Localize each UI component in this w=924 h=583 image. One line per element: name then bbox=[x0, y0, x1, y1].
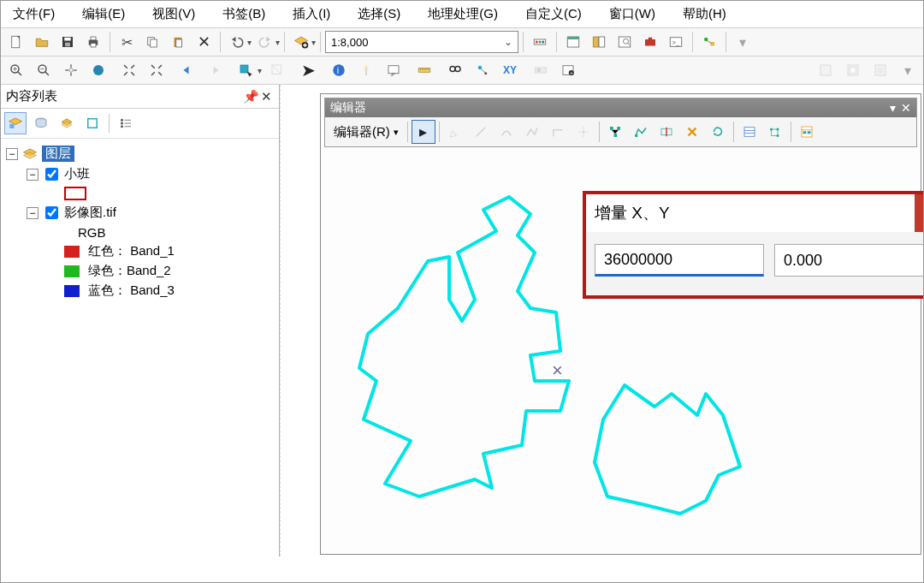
tree-root[interactable]: − 图层 bbox=[4, 144, 275, 164]
goto-xy-icon[interactable]: XY bbox=[498, 58, 522, 82]
viewer-window-icon[interactable]: + bbox=[556, 58, 580, 82]
menu-edit[interactable]: 编辑(E) bbox=[82, 6, 125, 22]
svg-rect-32 bbox=[711, 42, 715, 46]
layer-visibility-checkbox[interactable] bbox=[45, 168, 58, 181]
editor-menu[interactable]: 编辑器(R) ▾ bbox=[329, 122, 404, 142]
identify-icon[interactable]: i bbox=[327, 58, 351, 82]
search-panel-icon[interactable] bbox=[613, 30, 637, 54]
tree-layer-raster[interactable]: − 影像图.tif bbox=[4, 202, 275, 223]
clear-selection-icon[interactable] bbox=[265, 58, 289, 82]
toc-title: 内容列表 bbox=[6, 88, 57, 104]
menu-select[interactable]: 选择(S) bbox=[358, 6, 400, 22]
menu-customize[interactable]: 自定义(C) bbox=[525, 6, 582, 22]
delta-close-button[interactable]: ✕ bbox=[915, 194, 924, 232]
save-icon[interactable] bbox=[56, 30, 80, 54]
edit-annotation-icon[interactable] bbox=[443, 120, 467, 144]
toolbox-icon[interactable] bbox=[638, 30, 662, 54]
zoom-out-icon[interactable] bbox=[32, 58, 56, 82]
delta-x-input[interactable]: 36000000 bbox=[595, 244, 764, 277]
map-frame[interactable]: 编辑器 ▾ ✕ 编辑器(R) ▾ ▸ bbox=[320, 93, 921, 555]
trace-icon[interactable] bbox=[520, 120, 544, 144]
cut-polygons-icon[interactable] bbox=[654, 120, 678, 144]
scale-selector[interactable]: 1:8,000 ⌄ bbox=[325, 31, 518, 53]
hyperlink-icon[interactable] bbox=[354, 58, 378, 82]
add-data-icon[interactable] bbox=[289, 30, 313, 54]
dataview-2-icon[interactable] bbox=[841, 58, 865, 82]
menu-help[interactable]: 帮助(H) bbox=[683, 6, 726, 22]
toc-options-icon[interactable] bbox=[115, 112, 137, 134]
menu-file[interactable]: 文件(F) bbox=[13, 6, 55, 22]
find-icon[interactable] bbox=[443, 58, 467, 82]
arc-segment-icon[interactable] bbox=[495, 120, 518, 144]
reshape-icon[interactable] bbox=[629, 120, 653, 144]
layer-visibility-checkbox[interactable] bbox=[45, 206, 58, 219]
measure-icon[interactable] bbox=[412, 58, 436, 82]
delete-icon[interactable]: ✕ bbox=[192, 30, 216, 54]
edit-tool-icon[interactable]: ▸ bbox=[412, 120, 435, 144]
collapse-icon[interactable]: − bbox=[6, 148, 18, 160]
svg-point-39 bbox=[93, 65, 104, 75]
prev-extent-icon[interactable] bbox=[175, 58, 199, 82]
new-file-icon[interactable] bbox=[4, 30, 28, 54]
python-window-icon[interactable]: >_ bbox=[664, 30, 688, 54]
straight-segment-icon[interactable] bbox=[469, 120, 493, 144]
overflow-icon[interactable]: ▾ bbox=[731, 30, 755, 54]
pan-icon[interactable] bbox=[59, 58, 83, 82]
menu-view[interactable]: 视图(V) bbox=[152, 6, 195, 22]
dataview-3-icon[interactable] bbox=[868, 58, 892, 82]
open-file-icon[interactable] bbox=[30, 30, 54, 54]
copy-icon[interactable] bbox=[140, 30, 164, 54]
add-data-menu-icon[interactable]: ▾ bbox=[311, 38, 316, 47]
undo-history-icon[interactable]: ▾ bbox=[247, 38, 252, 47]
model-builder-icon[interactable] bbox=[697, 30, 721, 54]
dataview-1-icon[interactable] bbox=[814, 58, 838, 82]
list-by-source-icon[interactable] bbox=[30, 112, 52, 134]
fixed-zoom-in-icon[interactable] bbox=[117, 58, 141, 82]
select-elements-icon[interactable]: ➤ bbox=[296, 58, 320, 82]
editor-options-icon[interactable]: ▾ bbox=[890, 101, 896, 115]
right-angle-icon[interactable] bbox=[546, 120, 570, 144]
catalog-panel-icon[interactable] bbox=[587, 30, 611, 54]
rotate-icon[interactable] bbox=[706, 120, 730, 144]
editor-toolbar-icon[interactable] bbox=[528, 30, 552, 54]
html-popup-icon[interactable] bbox=[382, 58, 406, 82]
overflow-2-icon[interactable]: ▾ bbox=[896, 58, 920, 82]
full-extent-icon[interactable] bbox=[86, 58, 110, 82]
pin-icon[interactable]: 📌 bbox=[243, 89, 258, 104]
rgb-label: RGB bbox=[78, 225, 106, 240]
list-by-selection-icon[interactable] bbox=[81, 112, 104, 134]
delta-y-input[interactable]: 0.000 bbox=[774, 244, 924, 277]
collapse-icon[interactable]: − bbox=[27, 169, 38, 181]
point-icon[interactable] bbox=[572, 120, 595, 144]
select-features-menu-icon[interactable]: ▾ bbox=[258, 66, 262, 75]
tree-layer-xiaoban[interactable]: − 小班 bbox=[4, 164, 275, 185]
redo-icon[interactable] bbox=[253, 30, 277, 54]
layer-name: 影像图.tif bbox=[64, 205, 116, 221]
print-icon[interactable] bbox=[81, 30, 105, 54]
editor-close-icon[interactable]: ✕ bbox=[901, 101, 911, 115]
list-by-visibility-icon[interactable] bbox=[56, 112, 78, 134]
menu-geoprocessing[interactable]: 地理处理(G) bbox=[428, 6, 498, 22]
undo-icon[interactable] bbox=[225, 30, 249, 54]
menu-window[interactable]: 窗口(W) bbox=[609, 6, 655, 22]
fixed-zoom-out-icon[interactable] bbox=[145, 58, 169, 82]
collapse-icon[interactable]: − bbox=[27, 207, 38, 219]
edit-vertices-icon[interactable] bbox=[603, 120, 627, 144]
menu-bookmark[interactable]: 书签(B) bbox=[222, 6, 265, 22]
toc-panel-icon[interactable] bbox=[561, 30, 585, 54]
split-icon[interactable] bbox=[680, 120, 704, 144]
sketch-properties-icon[interactable] bbox=[763, 120, 787, 144]
close-icon[interactable]: ✕ bbox=[258, 89, 274, 104]
list-by-drawing-order-icon[interactable] bbox=[4, 112, 27, 134]
menu-insert[interactable]: 插入(I) bbox=[293, 6, 330, 22]
time-slider-icon[interactable] bbox=[529, 58, 553, 82]
paste-icon[interactable] bbox=[166, 30, 190, 54]
next-extent-icon[interactable] bbox=[203, 58, 227, 82]
cut-icon[interactable]: ✂ bbox=[115, 30, 139, 54]
find-route-icon[interactable] bbox=[471, 58, 495, 82]
select-features-icon[interactable] bbox=[234, 58, 258, 82]
layer-symbol-xiaoban[interactable] bbox=[4, 185, 275, 202]
create-features-icon[interactable] bbox=[795, 120, 819, 144]
zoom-in-icon[interactable] bbox=[4, 58, 28, 82]
attributes-icon[interactable] bbox=[737, 120, 761, 144]
